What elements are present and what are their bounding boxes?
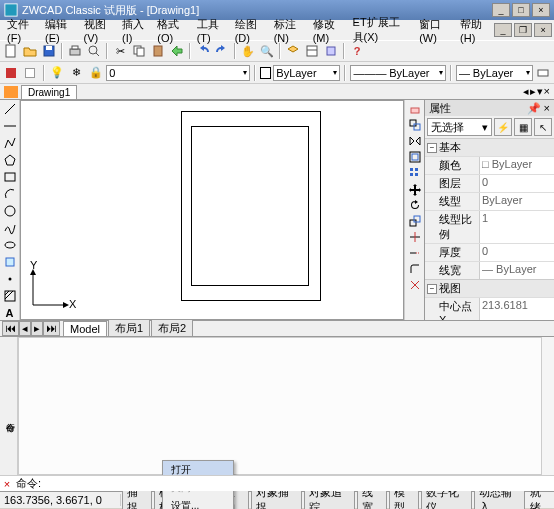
layer-combo[interactable]: 0▾: [106, 65, 249, 81]
mdi-minimize[interactable]: _: [494, 23, 512, 37]
extend-icon[interactable]: [408, 246, 422, 260]
quickselect-icon[interactable]: ⚡: [494, 118, 512, 136]
status-bar: 163.7356, 3.6671, 0 捕捉 栅格 正交 极轴 对象捕捉 对象追…: [0, 491, 554, 508]
model-tab[interactable]: Model: [63, 321, 107, 337]
color-red-icon[interactable]: [2, 64, 19, 82]
minimize-button[interactable]: _: [492, 3, 510, 17]
offset-icon[interactable]: [408, 150, 422, 164]
drawing-canvas[interactable]: YX: [20, 100, 404, 320]
mdi-close[interactable]: ×: [534, 23, 552, 37]
menu-file[interactable]: 文件(F): [2, 15, 40, 46]
drawing-rect-inner: [191, 126, 309, 286]
props-close-icon[interactable]: ×: [541, 102, 550, 114]
command-input[interactable]: [43, 478, 554, 490]
copy-icon[interactable]: [130, 42, 148, 60]
line-icon[interactable]: [2, 102, 18, 117]
lineweight-combo[interactable]: — ByLayer▾: [456, 65, 533, 81]
pan-icon[interactable]: ✋: [239, 42, 257, 60]
maximize-button[interactable]: □: [512, 3, 530, 17]
svg-point-18: [5, 206, 15, 216]
rect-icon[interactable]: [2, 170, 18, 185]
cut-icon[interactable]: ✂: [111, 42, 129, 60]
text-icon[interactable]: A: [2, 305, 18, 320]
open-icon[interactable]: [21, 42, 39, 60]
linetype-combo[interactable]: ——— ByLayer▾: [350, 65, 446, 81]
props-icon[interactable]: [303, 42, 321, 60]
ellipse-icon[interactable]: [2, 237, 18, 252]
freeze-icon[interactable]: ❄: [68, 64, 85, 82]
ctx-settings[interactable]: 设置...: [163, 497, 233, 509]
menu-window[interactable]: 窗口(W): [414, 15, 455, 46]
polygon-icon[interactable]: [2, 153, 18, 168]
rotate-icon[interactable]: [408, 198, 422, 212]
selection-combo[interactable]: 无选择▾: [427, 118, 492, 136]
modify-toolbar: [404, 100, 424, 320]
scale-icon[interactable]: [408, 214, 422, 228]
layer-icon[interactable]: [284, 42, 302, 60]
undo-icon[interactable]: [194, 42, 212, 60]
new-icon[interactable]: [2, 42, 20, 60]
tab-list[interactable]: ▾: [537, 85, 543, 98]
explode-icon[interactable]: [408, 278, 422, 292]
mdi-restore[interactable]: ❐: [514, 23, 532, 37]
menu-draw[interactable]: 绘图(D): [230, 15, 269, 46]
preview-icon[interactable]: [85, 42, 103, 60]
insert-icon[interactable]: [2, 254, 18, 269]
trim-icon[interactable]: [408, 230, 422, 244]
tab-last-icon[interactable]: ⏭: [43, 321, 60, 336]
lock-icon[interactable]: 🔒: [87, 64, 104, 82]
tab-close[interactable]: ×: [544, 85, 550, 98]
tab-next[interactable]: ▸: [530, 85, 536, 98]
svg-rect-20: [6, 258, 14, 266]
menu-view[interactable]: 视图(V): [79, 15, 118, 46]
menu-format[interactable]: 格式(O): [152, 15, 191, 46]
print-icon[interactable]: [66, 42, 84, 60]
tab-back-icon[interactable]: ◂: [19, 321, 31, 336]
cat-basic[interactable]: −基本: [425, 138, 554, 156]
menu-dim[interactable]: 标注(N): [269, 15, 308, 46]
move-icon[interactable]: [408, 182, 422, 196]
cat-view[interactable]: −视图: [425, 279, 554, 297]
pline-icon[interactable]: [2, 136, 18, 151]
help-icon[interactable]: ?: [348, 42, 366, 60]
bulb-icon[interactable]: 💡: [49, 64, 66, 82]
tab-prev[interactable]: ◂: [523, 85, 529, 98]
props-title: 属性: [429, 101, 451, 116]
mirror-icon[interactable]: [408, 134, 422, 148]
hatch-icon[interactable]: [2, 288, 18, 303]
arc-icon[interactable]: [2, 187, 18, 202]
tool-icon[interactable]: [322, 42, 340, 60]
coord-display[interactable]: 163.7356, 3.6671, 0: [0, 494, 121, 506]
menu-insert[interactable]: 插入(I): [117, 15, 152, 46]
spline-icon[interactable]: [2, 220, 18, 235]
copy2-icon[interactable]: [408, 118, 422, 132]
menu-help[interactable]: 帮助(H): [455, 15, 494, 46]
menu-modify[interactable]: 修改(M): [308, 15, 348, 46]
props-pin-icon[interactable]: 📌: [527, 102, 541, 115]
paste-icon[interactable]: [149, 42, 167, 60]
close-button[interactable]: ×: [532, 3, 550, 17]
lw-icon[interactable]: [535, 64, 552, 82]
menu-tools[interactable]: 工具(T): [192, 15, 230, 46]
cmd-cancel-icon[interactable]: ×: [0, 478, 14, 490]
circle-icon[interactable]: [2, 204, 18, 219]
selectobj-icon[interactable]: ↖: [534, 118, 552, 136]
erase-icon[interactable]: [408, 102, 422, 116]
point-icon[interactable]: [2, 271, 18, 286]
color-swatch[interactable]: [260, 67, 272, 79]
match-icon[interactable]: [168, 42, 186, 60]
zoom-icon[interactable]: 🔍: [258, 42, 276, 60]
tab-first-icon[interactable]: ⏮: [2, 321, 19, 336]
drawing-tab[interactable]: Drawing1: [21, 85, 77, 99]
xline-icon[interactable]: [2, 119, 18, 134]
command-history[interactable]: [18, 337, 542, 475]
array-icon[interactable]: [408, 166, 422, 180]
redo-icon[interactable]: [213, 42, 231, 60]
menu-edit[interactable]: 编辑(E): [40, 15, 79, 46]
save-icon[interactable]: [40, 42, 58, 60]
fillet-icon[interactable]: [408, 262, 422, 276]
pickadd-icon[interactable]: ▦: [514, 118, 532, 136]
tab-fwd-icon[interactable]: ▸: [31, 321, 43, 336]
color-combo[interactable]: ByLayer▾: [273, 65, 340, 81]
color-white-icon[interactable]: [21, 64, 38, 82]
